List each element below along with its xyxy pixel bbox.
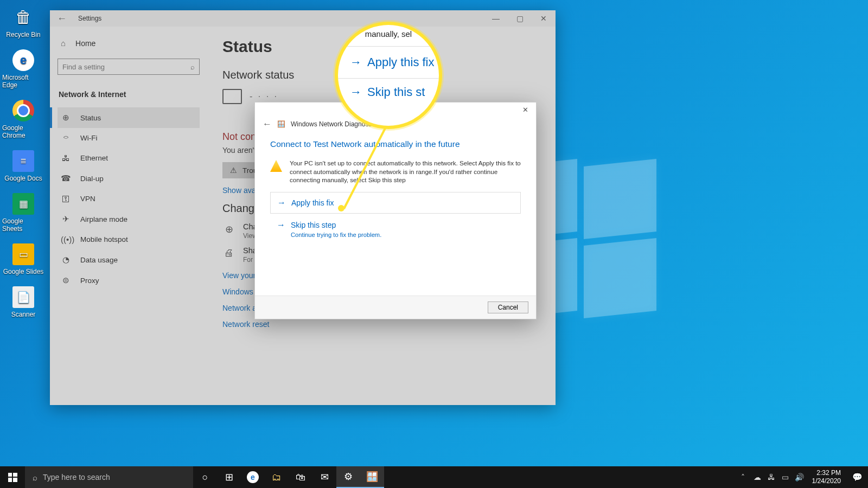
desktop-icon-label: Microsoft Edge [2, 74, 44, 89]
sidebar-item-vpn[interactable]: ⚿VPN [58, 189, 200, 209]
settings-sidebar: ⌂ Home ⌕ Network & Internet ⊕Status⌔Wi-F… [50, 27, 207, 405]
sidebar-item-label: Ethernet [80, 154, 108, 162]
desktop-icon-label: Google Sheets [2, 217, 44, 233]
tray-chevron-up-icon[interactable]: ˄ [736, 473, 750, 481]
taskbar-clock[interactable]: 2:32 PM 1/24/2020 [807, 469, 846, 485]
dialog-back-button[interactable]: ← [263, 119, 272, 130]
task-file-explorer[interactable]: 🗂 [265, 466, 289, 488]
arrow-right-icon: → [277, 220, 285, 230]
dialog-heading: Connect to Test Network automatically in… [270, 139, 521, 149]
settings-titlebar: ← Settings — ▢ ✕ [50, 10, 556, 27]
taskbar-pinned: ○ ⊞ e 🗂 🛍 ✉ ⚙ 🪟 [193, 466, 384, 488]
sidebar-icon: ⌔ [61, 133, 71, 143]
arrow-right-icon: → [277, 198, 286, 208]
system-tray: ˄ ☁ 🖧 ▭ 🔊 2:32 PM 1/24/2020 💬 [736, 466, 868, 488]
sidebar-item-label: Airplane mode [80, 215, 127, 223]
desktop-icon-label: Recycle Bin [6, 31, 40, 38]
skip-step-sublabel: Continue trying to fix the problem. [291, 232, 514, 238]
dialog-body: Connect to Test Network automatically in… [255, 137, 536, 296]
desktop-icon-label: Google Chrome [2, 124, 44, 139]
sidebar-item-ethernet[interactable]: 🖧Ethernet [58, 148, 200, 168]
task-mail[interactable]: ✉ [312, 466, 336, 488]
desktop-icon-gdocs[interactable]: Google Docs [0, 147, 47, 184]
clock-time: 2:32 PM [812, 469, 841, 477]
desktop-icons-column: Recycle BineMicrosoft EdgeGoogle ChromeG… [0, 3, 47, 320]
taskbar-search-placeholder: Type here to search [43, 473, 110, 481]
option-icon: 🖨 [222, 247, 235, 259]
desktop: Recycle BineMicrosoft EdgeGoogle ChromeG… [0, 0, 868, 488]
sidebar-icon: ⚿ [61, 194, 71, 203]
maximize-button[interactable]: ▢ [508, 14, 532, 23]
taskbar-search[interactable]: ⌕ Type here to search [25, 466, 193, 488]
sidebar-item-data-usage[interactable]: ◔Data usage [58, 249, 200, 270]
desktop-icon-gsheets[interactable]: Google Sheets [0, 190, 47, 235]
warning-triangle-icon [270, 160, 282, 172]
sidebar-item-label: VPN [80, 195, 95, 203]
arrow-right-icon: → [350, 55, 362, 69]
sidebar-category-label: Network & Internet [58, 87, 200, 104]
apply-this-fix-option[interactable]: →Apply this fix [270, 192, 521, 214]
desktop-icon-chrome[interactable]: Google Chrome [0, 97, 47, 142]
sidebar-item-dial-up[interactable]: ☎Dial-up [58, 168, 200, 189]
action-center-button[interactable]: 💬 [846, 472, 868, 482]
sidebar-item-label: Proxy [80, 277, 99, 285]
desktop-icon-gslides[interactable]: Google Slides [0, 240, 47, 278]
sidebar-item-status[interactable]: ⊕Status [58, 107, 200, 128]
desktop-icon-recycle[interactable]: Recycle Bin [0, 3, 47, 41]
settings-search[interactable]: ⌕ [58, 59, 200, 75]
desktop-icon-edge[interactable]: eMicrosoft Edge [0, 46, 47, 91]
desktop-icon-label: Google Docs [4, 175, 42, 182]
tray-network-icon[interactable]: 🖧 [764, 473, 778, 481]
search-icon: ⌕ [190, 63, 195, 71]
start-button[interactable] [0, 466, 25, 488]
skip-this-step-option[interactable]: →Skip this step Continue trying to fix t… [270, 220, 521, 243]
sidebar-item-proxy[interactable]: ⊜Proxy [58, 270, 200, 291]
gsheets-icon [11, 192, 35, 216]
task-edge[interactable]: e [241, 466, 265, 488]
close-button[interactable]: ✕ [532, 14, 556, 23]
edge-icon: e [11, 48, 35, 72]
gslides-icon [11, 242, 35, 266]
cancel-button[interactable]: Cancel [488, 301, 528, 313]
dialog-close-button[interactable]: ✕ [518, 106, 533, 114]
tray-ime-icon[interactable]: ▭ [778, 473, 793, 481]
arrow-right-icon: → [350, 85, 362, 99]
tray-volume-icon[interactable]: 🔊 [793, 473, 807, 481]
sidebar-item-label: Dial-up [80, 175, 104, 183]
sidebar-item-mobile-hotspot[interactable]: ((•))Mobile hotspot [58, 229, 200, 249]
desktop-icon-scanner[interactable]: Scanner [0, 283, 47, 320]
connection-dash-icon: - · · · [250, 92, 278, 101]
magnifier-skip-label: Skip this st [367, 85, 425, 99]
task-taskview[interactable]: ⊞ [217, 466, 241, 488]
search-input[interactable] [62, 63, 190, 71]
task-settings[interactable]: ⚙ [336, 466, 360, 488]
tray-onedrive-icon[interactable]: ☁ [750, 473, 764, 481]
home-label: Home [75, 39, 95, 48]
task-store[interactable]: 🛍 [289, 466, 312, 488]
nav-link[interactable]: Network reset [222, 320, 540, 329]
dialog-info: Your PC isn't set up to connect automati… [270, 159, 521, 184]
magnifier-skip-row: →Skip this st [338, 79, 439, 99]
apply-fix-label: Apply this fix [291, 198, 334, 207]
sidebar-icon: ✈ [61, 214, 71, 224]
sidebar-icon: ((•)) [61, 235, 71, 244]
sidebar-item-label: Mobile hotspot [80, 235, 128, 243]
task-cortana[interactable]: ○ [193, 466, 217, 488]
sidebar-icon: ◔ [61, 255, 71, 265]
window-title: Settings [74, 15, 484, 22]
sidebar-item-wi-fi[interactable]: ⌔Wi-Fi [58, 128, 200, 148]
search-icon: ⌕ [33, 473, 37, 482]
sidebar-home[interactable]: ⌂ Home [58, 34, 200, 55]
titlebar-back-button[interactable]: ← [50, 13, 74, 24]
option-icon: ⊕ [222, 223, 235, 235]
dialog-app-icon: 🪟 [277, 120, 285, 128]
sidebar-icon: 🖧 [61, 153, 71, 163]
magnifier-apply-row: →Apply this fix [338, 46, 439, 79]
pc-icon [222, 89, 242, 104]
network-diagnostics-dialog: ✕ ← 🪟 Windows Network Diagnostics Connec… [254, 102, 537, 319]
task-diagnostics[interactable]: 🪟 [360, 466, 384, 488]
desktop-icon-label: Scanner [11, 311, 36, 318]
sidebar-item-label: Wi-Fi [80, 134, 97, 142]
minimize-button[interactable]: — [484, 14, 508, 23]
sidebar-item-airplane-mode[interactable]: ✈Airplane mode [58, 209, 200, 229]
